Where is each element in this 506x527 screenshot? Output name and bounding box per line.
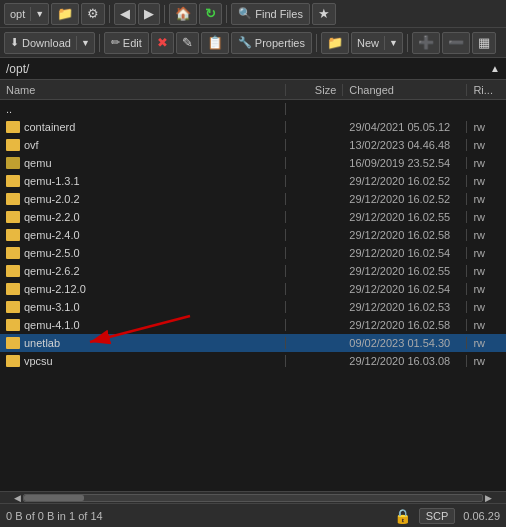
- download-icon: ⬇: [10, 36, 19, 49]
- table-row[interactable]: qemu-2.4.0 29/12/2020 16.02.58 rw: [0, 226, 506, 244]
- file-changed: 29/12/2020 16.02.53: [343, 301, 467, 313]
- file-changed: 29/12/2020 16.03.08: [343, 355, 467, 367]
- folder-icon: [6, 319, 20, 331]
- new-label: New: [352, 35, 384, 51]
- file-name: ovf: [24, 139, 39, 151]
- toolbar-top: opt ▼ 📁 ⚙ ◀ ▶ 🏠 ↻ 🔍 Find Files ★: [0, 0, 506, 28]
- sep2: [164, 5, 165, 23]
- copy-btn[interactable]: 📋: [201, 32, 229, 54]
- new-dropdown[interactable]: New ▼: [351, 32, 403, 54]
- rename-btn[interactable]: ✎: [176, 32, 199, 54]
- file-rights: rw: [467, 301, 506, 313]
- folder-icon: [6, 193, 20, 205]
- file-changed: 29/12/2020 16.02.52: [343, 193, 467, 205]
- table-row[interactable]: qemu-4.1.0 29/12/2020 16.02.58 rw: [0, 316, 506, 334]
- table-row[interactable]: qemu-2.12.0 29/12/2020 16.02.54 rw: [0, 280, 506, 298]
- nav-forward-btn[interactable]: ▶: [138, 3, 160, 25]
- file-list-header: Name Size Changed Ri...: [0, 80, 506, 100]
- scp-label: SCP: [419, 508, 456, 524]
- bookmark-btn[interactable]: ★: [312, 3, 336, 25]
- hscroll-thumb[interactable]: [24, 495, 84, 501]
- up-dir-label: ..: [6, 103, 12, 115]
- minus-btn[interactable]: ➖: [442, 32, 470, 54]
- file-name: qemu-2.4.0: [24, 229, 80, 241]
- find-files-btn[interactable]: 🔍 Find Files: [231, 3, 310, 25]
- file-changed: 09/02/2023 01.54.30: [343, 337, 467, 349]
- extra-btn[interactable]: ▦: [472, 32, 496, 54]
- nav-back-btn[interactable]: ◀: [114, 3, 136, 25]
- folder-icon: [6, 175, 20, 187]
- file-changed: 13/02/2023 04.46.48: [343, 139, 467, 151]
- file-rights: rw: [467, 265, 506, 277]
- properties-btn[interactable]: 🔧 Properties: [231, 32, 312, 54]
- new-arrow: ▼: [384, 36, 402, 50]
- file-list-container: Name Size Changed Ri... .. containerd 29…: [0, 80, 506, 491]
- status-icons: 🔒 SCP 0.06.29: [394, 508, 500, 524]
- table-row[interactable]: qemu-2.0.2 29/12/2020 16.02.52 rw: [0, 190, 506, 208]
- hscroll-left-btn[interactable]: ◀: [12, 493, 23, 503]
- folder-icon: [6, 121, 20, 133]
- edit-icon: ✏: [111, 36, 120, 49]
- download-label: Download: [22, 37, 71, 49]
- table-row[interactable]: containerd 29/04/2021 05.05.12 rw: [0, 118, 506, 136]
- plus-btn[interactable]: ➕: [412, 32, 440, 54]
- location-dropdown[interactable]: opt ▼: [4, 3, 49, 25]
- status-text: 0 B of 0 B in 1 of 14: [6, 510, 388, 522]
- sync-btn[interactable]: ↻: [199, 3, 222, 25]
- sep6: [407, 34, 408, 52]
- status-bar: 0 B of 0 B in 1 of 14 🔒 SCP 0.06.29: [0, 503, 506, 527]
- file-name: qemu-1.3.1: [24, 175, 80, 187]
- file-changed: 29/12/2020 16.02.58: [343, 229, 467, 241]
- file-changed: 29/04/2021 05.05.12: [343, 121, 467, 133]
- hscroll-right-btn[interactable]: ▶: [483, 493, 494, 503]
- delete-btn[interactable]: ✖: [151, 32, 174, 54]
- sep1: [109, 5, 110, 23]
- col-header-name[interactable]: Name: [0, 84, 286, 96]
- table-row[interactable]: ovf 13/02/2023 04.46.48 rw: [0, 136, 506, 154]
- file-rights: rw: [467, 175, 506, 187]
- folder-icon-btn[interactable]: 📁: [51, 3, 79, 25]
- sort-arrow: ▲: [490, 63, 500, 74]
- col-header-size[interactable]: Size: [286, 84, 344, 96]
- table-row[interactable]: qemu-1.3.1 29/12/2020 16.02.52 rw: [0, 172, 506, 190]
- table-row[interactable]: qemu-2.5.0 29/12/2020 16.02.54 rw: [0, 244, 506, 262]
- file-rights: rw: [467, 193, 506, 205]
- sep4: [99, 34, 100, 52]
- folder-create-btn[interactable]: 📁: [321, 32, 349, 54]
- file-rights: rw: [467, 319, 506, 331]
- file-changed: 29/12/2020 16.02.54: [343, 247, 467, 259]
- col-header-rights[interactable]: Ri...: [467, 84, 506, 96]
- file-rights: rw: [467, 211, 506, 223]
- table-row[interactable]: qemu-3.1.0 29/12/2020 16.02.53 rw: [0, 298, 506, 316]
- table-row[interactable]: unetlab 09/02/2023 01.54.30 rw: [0, 334, 506, 352]
- table-row[interactable]: qemu-2.2.0 29/12/2020 16.02.55 rw: [0, 208, 506, 226]
- filter-btn[interactable]: ⚙: [81, 3, 105, 25]
- col-header-changed[interactable]: Changed: [343, 84, 467, 96]
- home-btn[interactable]: 🏠: [169, 3, 197, 25]
- edit-btn[interactable]: ✏ Edit: [104, 32, 149, 54]
- properties-icon: 🔧: [238, 36, 252, 49]
- properties-label: Properties: [255, 37, 305, 49]
- file-list-body[interactable]: .. containerd 29/04/2021 05.05.12 rw ovf…: [0, 100, 506, 491]
- horizontal-scrollbar[interactable]: ◀ ▶: [0, 491, 506, 503]
- file-name: containerd: [24, 121, 75, 133]
- table-row[interactable]: qemu-2.6.2 29/12/2020 16.02.55 rw: [0, 262, 506, 280]
- table-row[interactable]: ..: [0, 100, 506, 118]
- file-name: qemu-4.1.0: [24, 319, 80, 331]
- download-dropdown[interactable]: ⬇ Download ▼: [4, 32, 95, 54]
- table-row[interactable]: qemu 16/09/2019 23.52.54 rw: [0, 154, 506, 172]
- file-rights: rw: [467, 229, 506, 241]
- file-name: qemu: [24, 157, 52, 169]
- folder-icon: [6, 211, 20, 223]
- folder-icon: [6, 283, 20, 295]
- file-name: qemu-2.5.0: [24, 247, 80, 259]
- folder-icon: [6, 301, 20, 313]
- folder-icon: [6, 355, 20, 367]
- file-changed: 29/12/2020 16.02.52: [343, 175, 467, 187]
- table-row[interactable]: vpcsu 29/12/2020 16.03.08 rw: [0, 352, 506, 370]
- find-files-label: Find Files: [255, 8, 303, 20]
- file-rights: rw: [467, 337, 506, 349]
- hscroll-track[interactable]: [23, 494, 483, 502]
- lock-icon: 🔒: [394, 508, 411, 524]
- file-changed: 29/12/2020 16.02.54: [343, 283, 467, 295]
